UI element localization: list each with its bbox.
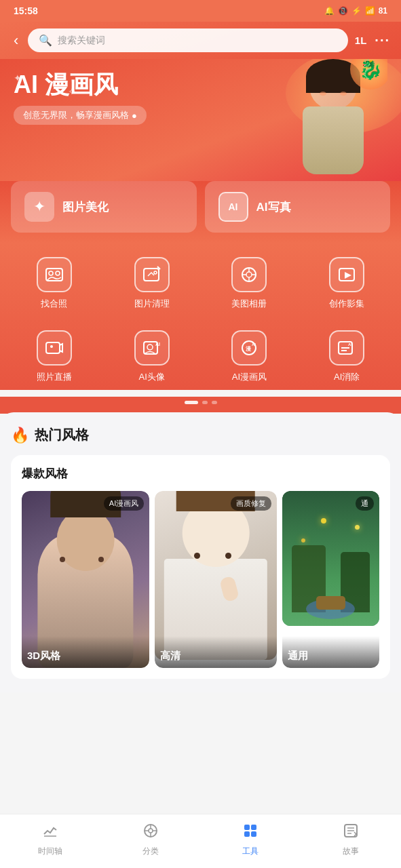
img-clean-item[interactable]: 图片清理 [104,250,199,317]
svg-text:AI: AI [155,342,160,347]
banner: ✦ ✧ AI 漫画风 创意无界限，畅享漫画风格 ● 🐉 [0,59,401,181]
svg-rect-10 [46,342,60,353]
section-title: 热门风格 [35,426,89,444]
creative-label: 创作影集 [329,298,364,310]
svg-rect-29 [244,825,250,830]
group-photo-item[interactable]: 找合照 [7,250,102,317]
fire-icon: 🔥 [11,427,29,444]
group-photo-label: 找合照 [41,298,67,310]
svg-rect-3 [144,269,159,281]
svg-rect-31 [244,831,250,837]
tools-label: 工具 [242,846,259,857]
ai-avatar-item[interactable]: AI AI头像 [104,323,199,390]
ai-photo-button[interactable]: AI AI写真 [205,181,391,233]
ai-erase-icon: AI [329,330,364,366]
img-hd-bg [155,491,276,660]
style-item-general[interactable]: 通 通用 [282,491,379,668]
style-tag-3d: AI漫画风 [104,496,144,511]
icon-row-2: 照片直播 AI AI头像 漫 AI AI漫画风 [7,323,394,390]
style-bottom-3d: 3D风格 [22,636,149,668]
tools-icon [242,823,259,843]
nav-story[interactable]: 故事 [301,820,401,860]
svg-text:AI: AI [348,342,352,347]
bottom-nav: 时间轴 分类 工具 [0,814,401,868]
banner-subtitle: 创意无界限，畅享漫画风格 ● [14,106,147,125]
style-tag-hd: 画质修复 [231,496,271,511]
status-bar: 15:58 🔔 📵 ⚡ 📶 81 [0,0,401,22]
status-time: 15:58 [14,5,38,16]
photo-live-icon [37,330,72,366]
nav-tools[interactable]: 工具 [201,820,301,860]
style-grid: AI漫画风 3D风格 [22,491,379,668]
ai-avatar-icon: AI [134,330,170,366]
svg-point-24 [149,829,153,833]
user-label[interactable]: 1L [355,35,367,46]
wifi-icon: 📶 [365,6,375,16]
timeline-label: 时间轴 [38,846,62,857]
search-bar[interactable]: 🔍 搜索关键词 [28,28,347,52]
header: ‹ 🔍 搜索关键词 1L ··· [0,22,401,59]
ai-avatar-label: AI头像 [138,371,164,383]
ai-manga-item[interactable]: 漫 AI AI漫画风 [202,323,297,390]
img-clean-icon [134,257,170,292]
img-general-bg [282,491,379,626]
svg-text:AI: AI [252,342,256,347]
photo-live-label: 照片直播 [37,371,72,383]
group-photo-icon [37,257,72,292]
style-tag-general: 通 [356,496,374,511]
photo-album-item[interactable]: 美图相册 [202,250,297,317]
style-img-general [282,491,379,626]
more-options-icon[interactable]: ··· [375,33,390,48]
dot-active [185,401,198,404]
creative-item[interactable]: 创作影集 [299,250,394,317]
banner-title: AI 漫画风 [14,70,387,99]
signal-icon: 📵 [338,6,348,16]
search-icon: 🔍 [39,34,52,47]
style-img-hd [155,491,276,660]
svg-point-2 [56,271,60,275]
search-placeholder: 搜索关键词 [58,35,105,47]
photo-live-item[interactable]: 照片直播 [7,323,102,390]
status-icons: 🔔 📵 ⚡ 📶 81 [324,6,387,16]
ai-manga-icon: 漫 AI [231,330,267,366]
category-icon [142,823,159,843]
section-header: 🔥 热门风格 [11,426,390,444]
style-item-hd[interactable]: 画质修复 高清 [155,491,276,668]
svg-point-1 [49,271,53,275]
dot-2 [202,401,208,404]
svg-point-11 [50,345,53,348]
photo-album-icon [231,257,267,292]
content-section: 🔥 热门风格 爆款风格 [0,412,401,692]
svg-rect-30 [251,825,256,830]
icon-grid: 找合照 图片清理 [0,243,401,390]
ai-photo-icon: AI [218,192,248,222]
banner-dot: ● [132,111,137,121]
nav-timeline[interactable]: 时间轴 [0,820,100,860]
svg-rect-32 [251,831,256,837]
alarm-icon: 🔔 [324,6,335,16]
pagination-dots [0,397,401,414]
timeline-icon [42,823,58,843]
photo-album-label: 美图相册 [231,298,267,310]
icon-row-1: 找合照 图片清理 [7,250,394,317]
nav-category[interactable]: 分类 [100,820,201,860]
ai-photo-label: AI写真 [256,199,291,215]
style-bottom-hd: 高清 [155,636,276,668]
story-icon [343,823,359,843]
banner-subtitle-text: 创意无界限，畅享漫画风格 [23,109,129,121]
svg-text:漫: 漫 [246,346,252,352]
beautify-button[interactable]: ✦ 图片美化 [11,181,197,233]
ai-erase-item[interactable]: AI AI消除 [299,323,394,390]
header-right: 1L ··· [355,33,390,48]
card-label: 爆款风格 [22,466,379,481]
svg-point-13 [147,344,153,350]
battery-icon: 81 [379,6,387,16]
ai-manga-label: AI漫画风 [232,371,267,383]
svg-point-5 [154,271,157,274]
back-button[interactable]: ‹ [11,29,21,52]
data-icon: ⚡ [351,6,362,16]
style-bottom-general: 通用 [282,636,379,668]
beautify-icon: ✦ [24,192,54,222]
style-item-3d[interactable]: AI漫画风 3D风格 [22,491,149,668]
svg-point-7 [246,272,252,277]
